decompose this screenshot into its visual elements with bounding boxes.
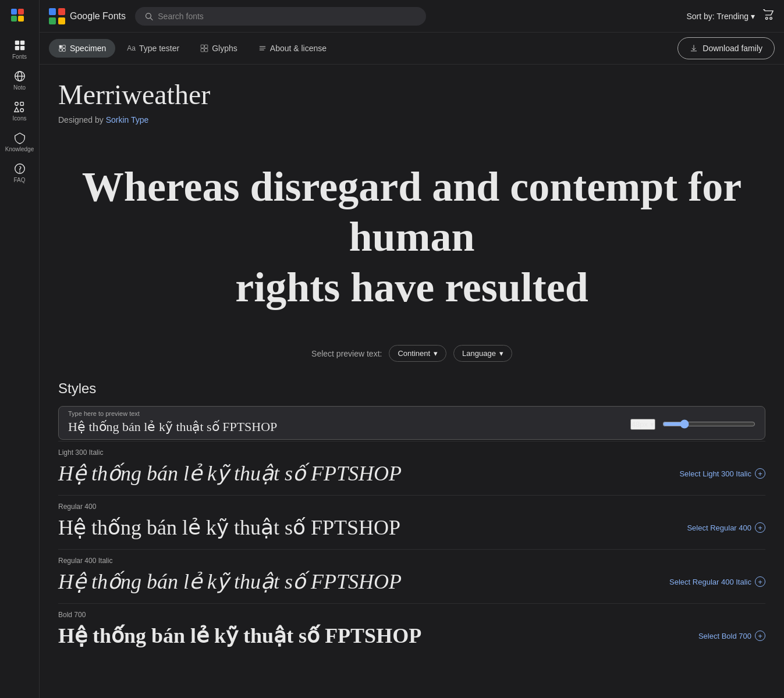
- specimen-icon: [58, 44, 66, 52]
- styles-section: Styles Type here to preview text 48px ▾ …: [58, 380, 765, 657]
- select-style-button-light-300-italic[interactable]: Select Light 300 Italic +: [679, 468, 765, 479]
- svg-rect-1: [11, 9, 17, 15]
- style-preview-input-label: Type here to preview text: [68, 410, 140, 417]
- continent-select-button[interactable]: Continent ▾: [389, 345, 446, 362]
- svg-line-23: [151, 17, 152, 19]
- style-row-content-bold-700: Hệ thống bán lẻ kỹ thuật số FPTSHOP Sele…: [58, 624, 765, 648]
- tab-glyphs-label: Glyphs: [212, 44, 237, 53]
- size-arrow-icon: ▾: [650, 420, 654, 429]
- type-tester-icon: Aa: [127, 44, 136, 52]
- sidebar-knowledge-label: Knowledge: [5, 146, 34, 152]
- styles-title: Styles: [58, 380, 765, 397]
- select-style-label-regular-400: Select Regular 400: [687, 524, 751, 532]
- svg-rect-3: [11, 16, 17, 22]
- style-row-content-regular-400: Hệ thống bán lẻ kỹ thuật số FPTSHOP Sele…: [58, 515, 765, 540]
- language-select-button[interactable]: Language ▾: [453, 345, 512, 362]
- language-label: Language: [462, 349, 496, 358]
- svg-rect-35: [260, 48, 266, 48]
- designer-link[interactable]: Sorkin Type: [106, 115, 149, 124]
- sidebar-item-faq[interactable]: FAQ: [2, 158, 37, 187]
- style-row-content-light-300-italic: Hệ thống bán lẻ kỹ thuật số FPTSHOP Sele…: [58, 461, 765, 486]
- noto-icon: [13, 69, 27, 83]
- tab-glyphs[interactable]: Glyphs: [191, 39, 247, 58]
- tab-about-label: About & license: [270, 44, 327, 53]
- knowledge-icon: [13, 131, 27, 145]
- cart-button[interactable]: [762, 8, 775, 24]
- style-rows-container: Light 300 Italic Hệ thống bán lẻ kỹ thuậ…: [58, 441, 765, 657]
- svg-point-15: [20, 109, 23, 112]
- preview-controls: Select preview text: Continent ▾ Languag…: [58, 345, 765, 362]
- sort-by-button[interactable]: Sort by: Trending ▾: [686, 12, 755, 21]
- sidebar-faq-label: FAQ: [13, 177, 25, 183]
- svg-rect-28: [59, 49, 62, 52]
- sidebar-item-fonts[interactable]: Fonts: [2, 35, 37, 63]
- tab-specimen-label: Specimen: [70, 44, 106, 53]
- preview-text: Whereas disregard and contempt for human…: [68, 162, 756, 312]
- size-slider[interactable]: [662, 419, 755, 429]
- continent-arrow-icon: ▾: [434, 349, 438, 358]
- sidebar-logo: [9, 7, 30, 28]
- select-style-label-regular-400-italic: Select Regular 400 Italic: [669, 578, 751, 586]
- style-row-regular-400: Regular 400 Hệ thống bán lẻ kỹ thuật số …: [58, 495, 765, 549]
- svg-rect-18: [49, 8, 56, 15]
- tab-about[interactable]: About & license: [249, 39, 336, 58]
- style-row-light-300-italic: Light 300 Italic Hệ thống bán lẻ kỹ thuậ…: [58, 441, 765, 495]
- svg-rect-27: [63, 45, 66, 48]
- tab-type-tester-label: Type tester: [139, 44, 179, 53]
- svg-rect-13: [20, 102, 23, 106]
- select-style-label-bold-700: Select Bold 700: [698, 632, 751, 640]
- svg-rect-29: [63, 49, 66, 52]
- preview-controls-label: Select preview text:: [311, 349, 382, 358]
- tab-type-tester[interactable]: Aa Type tester: [118, 39, 189, 58]
- svg-rect-20: [49, 17, 56, 24]
- style-row-text-regular-400-italic: Hệ thống bán lẻ kỹ thuật số FPTSHOP: [58, 569, 402, 594]
- preview-line2: rights have resulted: [68, 262, 756, 312]
- svg-rect-4: [18, 16, 24, 22]
- style-row-label-bold-700: Bold 700: [58, 611, 765, 619]
- size-selector-button[interactable]: 48px ▾: [630, 419, 655, 430]
- svg-marker-14: [14, 108, 18, 112]
- style-row-label-light-300-italic: Light 300 Italic: [58, 448, 765, 457]
- style-row-text-light-300-italic: Hệ thống bán lẻ kỹ thuật số FPTSHOP: [58, 461, 402, 486]
- style-row-content-regular-400-italic: Hệ thống bán lẻ kỹ thuật số FPTSHOP Sele…: [58, 569, 765, 594]
- sidebar-item-knowledge[interactable]: Knowledge: [2, 127, 37, 156]
- google-fonts-logo[interactable]: Google Fonts: [49, 8, 126, 24]
- sidebar-item-icons[interactable]: Icons: [2, 97, 37, 125]
- svg-rect-33: [205, 49, 208, 52]
- logo-text: Google Fonts: [70, 11, 126, 22]
- tab-specimen[interactable]: Specimen: [49, 39, 115, 58]
- size-label: 48px: [632, 420, 648, 429]
- svg-point-25: [770, 17, 772, 20]
- search-input[interactable]: [158, 12, 417, 21]
- preview-area: Whereas disregard and contempt for human…: [58, 143, 765, 331]
- language-arrow-icon: ▾: [499, 349, 503, 358]
- svg-rect-5: [15, 41, 19, 45]
- search-box[interactable]: [135, 7, 426, 26]
- sidebar-fonts-label: Fonts: [12, 54, 27, 60]
- font-designer: Designed by Sorkin Type: [58, 115, 765, 124]
- download-family-button[interactable]: Download family: [677, 37, 775, 59]
- select-style-button-regular-400[interactable]: Select Regular 400 +: [687, 522, 765, 533]
- style-preview-input[interactable]: [68, 414, 630, 435]
- download-btn-label: Download family: [703, 44, 762, 53]
- plus-circle-icon-regular-400-italic: +: [755, 576, 765, 587]
- svg-rect-30: [201, 45, 204, 48]
- sidebar-item-noto[interactable]: Noto: [2, 66, 37, 94]
- sidebar-icons-label: Icons: [13, 115, 27, 122]
- style-row-regular-400-italic: Regular 400 Italic Hệ thống bán lẻ kỹ th…: [58, 549, 765, 603]
- select-style-button-regular-400-italic[interactable]: Select Regular 400 Italic +: [669, 576, 765, 587]
- search-icon: [144, 12, 153, 21]
- style-row-text-regular-400: Hệ thống bán lẻ kỹ thuật số FPTSHOP: [58, 515, 400, 540]
- plus-circle-icon-light-300-italic: +: [755, 468, 765, 479]
- svg-point-24: [765, 17, 768, 20]
- main-content: Google Fonts Sort by: Trending ▾: [40, 0, 784, 698]
- tabbar: Specimen Aa Type tester Glyphs About & l…: [40, 33, 784, 65]
- content-area: Merriweather Designed by Sorkin Type Whe…: [40, 65, 784, 698]
- tabbar-right: Download family: [677, 37, 775, 59]
- svg-rect-34: [260, 47, 266, 47]
- designer-prefix: Designed by: [58, 115, 104, 124]
- select-style-button-bold-700[interactable]: Select Bold 700 +: [698, 631, 765, 641]
- svg-rect-21: [58, 17, 65, 24]
- svg-rect-19: [58, 8, 65, 15]
- svg-rect-6: [20, 41, 24, 45]
